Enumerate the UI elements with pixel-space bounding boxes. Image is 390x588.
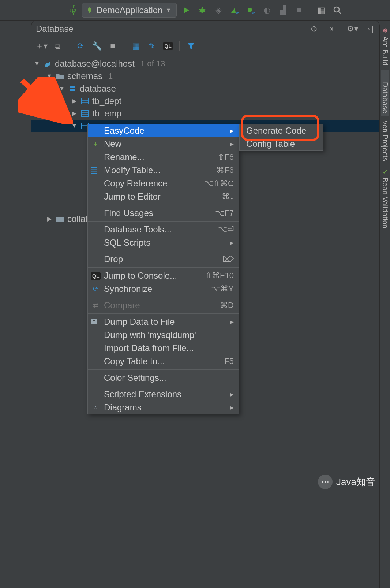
menu-label: Drop [104, 254, 219, 264]
table-view-button[interactable]: ▦ [130, 40, 142, 52]
add-button-header[interactable]: ⊕ [307, 22, 320, 36]
menu-item-import[interactable]: Import Data from File... [88, 342, 239, 355]
attach-button[interactable]: ▟ [276, 4, 289, 17]
menu-label: Database Tools... [104, 224, 214, 235]
layout-button[interactable]: ▦ [315, 4, 328, 17]
plus-icon: ＋ [91, 139, 100, 148]
menu-item-easycode[interactable]: EasyCode▶ [88, 124, 239, 137]
menu-item-dumpfile[interactable]: Dump Data to File▶ [88, 315, 239, 328]
menu-item-dumpmysql[interactable]: Dump with 'mysqldump' [88, 328, 239, 342]
database-node[interactable]: database [31, 82, 379, 95]
node-label: database@localhost [55, 57, 135, 70]
diagram-icon: ⛬ [91, 404, 100, 412]
menu-item-copyref[interactable]: Copy Reference⌥⇧⌘C [88, 177, 239, 190]
menu-item-sqlscr[interactable]: SQL Scripts▶ [88, 236, 239, 249]
separator [69, 41, 69, 51]
profile-button[interactable]: ◐ [260, 4, 273, 17]
edit-button[interactable]: ✎ [146, 40, 158, 52]
menu-separator [88, 369, 239, 370]
watermark: ⋯ Java知音 [318, 475, 375, 489]
wechat-icon: ⋯ [318, 475, 333, 489]
table-icon [91, 167, 100, 174]
stop-query-button[interactable]: ■ [106, 40, 119, 52]
menu-shortcut: ⌘↓ [222, 192, 234, 201]
ql-console-button[interactable]: QL [162, 40, 174, 52]
menu-item-diagrams[interactable]: ⛬Diagrams▶ [88, 401, 239, 414]
binary-icon[interactable]: ↓011001 [66, 4, 79, 17]
menu-item-new[interactable]: ＋New▶ [88, 137, 239, 150]
stop-button[interactable]: ■ [292, 4, 305, 17]
search-button[interactable] [331, 4, 344, 17]
run-jr-button[interactable]: JR [228, 4, 241, 17]
expand-toggle[interactable] [71, 120, 78, 132]
rail-label: ven Projects [381, 121, 389, 161]
debug-jr-button[interactable]: JR [244, 4, 257, 17]
menu-item-compare: ⇄Compare⌘D [88, 299, 239, 312]
debug-button[interactable] [196, 4, 209, 17]
node-label: tb_emp [92, 107, 121, 120]
filter-button[interactable] [185, 40, 197, 52]
menu-item-rename[interactable]: Rename...⇧F6 [88, 150, 239, 164]
node-label: collat [67, 213, 88, 225]
menu-item-colorset[interactable]: Color Settings... [88, 371, 239, 384]
datasource-properties-button[interactable]: 🔧 [90, 40, 103, 52]
split-button[interactable]: ⇥ [323, 22, 337, 36]
table-node-tbemp[interactable]: tb_emp [31, 107, 379, 120]
expand-toggle[interactable] [59, 82, 65, 95]
rail-label: Database [381, 82, 389, 113]
menu-item-jump[interactable]: Jump to Editor⌘↓ [88, 190, 239, 203]
menu-item-modify[interactable]: Modify Table...⌘F6 [88, 164, 239, 177]
rail-bean-validation[interactable]: ✔ Bean Validation [381, 165, 389, 231]
rail-maven-projects[interactable]: ven Projects [381, 118, 389, 164]
coverage-button[interactable]: ◈ [212, 4, 225, 17]
menu-item-sync[interactable]: ⟳Synchronize⌥⌘Y [88, 282, 239, 295]
rail-ant-build[interactable]: ❋ Ant Build [381, 24, 389, 68]
refresh-icon: ⟳ [91, 285, 100, 293]
menu-label: EasyCode [104, 126, 226, 136]
leaf-icon [86, 7, 93, 14]
node-label: database [80, 82, 116, 95]
expand-toggle[interactable] [46, 213, 53, 225]
settings-gear-icon[interactable]: ⚙▾ [346, 22, 359, 36]
schemas-node[interactable]: schemas 1 [31, 70, 379, 82]
submenu-item-cfgtable[interactable]: Config Table [240, 137, 323, 150]
menu-label: SQL Scripts [104, 238, 226, 248]
expand-toggle[interactable] [46, 70, 53, 82]
menu-item-scripted[interactable]: Scripted Extensions▶ [88, 388, 239, 401]
menu-item-dbtools[interactable]: Database Tools...⌥⏎ [88, 223, 239, 236]
menu-item-copytbl[interactable]: Copy Table to...F5 [88, 355, 239, 368]
hide-panel-button[interactable]: →| [362, 22, 375, 36]
submenu-label: Config Table [246, 139, 316, 149]
menu-item-console[interactable]: QLJump to Console...⇧⌘F10 [88, 269, 239, 282]
submenu-item-gencode[interactable]: Generate Code [240, 124, 323, 137]
expand-toggle[interactable] [71, 107, 78, 120]
ant-icon: ❋ [383, 27, 387, 34]
menu-label: Modify Table... [104, 165, 213, 175]
menu-shortcut: ⌥⌘Y [211, 284, 234, 294]
panel-title: Database [36, 24, 74, 34]
right-tool-rail: ❋ Ant Build ≣ Database ven Projects ✔ Be… [380, 21, 390, 588]
run-config-selector[interactable]: DemoApplication ▼ [82, 3, 177, 18]
menu-item-drop[interactable]: Drop⌦ [88, 253, 239, 266]
expand-toggle[interactable] [71, 95, 78, 107]
refresh-button[interactable]: ⟳ [74, 40, 87, 52]
rail-database[interactable]: ≣ Database [381, 70, 389, 116]
node-meta: 1 of 13 [140, 57, 165, 70]
menu-shortcut: ⌘D [220, 301, 234, 310]
menu-item-findusage[interactable]: Find Usages⌥F7 [88, 206, 239, 220]
add-button[interactable]: ＋▾ [35, 40, 48, 52]
submenu-arrow-icon: ▶ [230, 405, 234, 410]
submenu-arrow-icon: ▶ [230, 240, 234, 246]
expand-toggle[interactable] [34, 57, 40, 70]
menu-separator [88, 205, 239, 205]
run-button[interactable] [180, 4, 193, 17]
node-meta: 1 [108, 70, 113, 82]
table-node-tbdept[interactable]: tb_dept [31, 95, 379, 107]
duplicate-button[interactable]: ⧉ [51, 40, 64, 52]
run-config-label: DemoApplication [96, 5, 162, 15]
panel-toolbar: ＋▾ ⧉ ⟳ 🔧 ■ ▦ ✎ QL [31, 37, 379, 55]
separator [124, 41, 124, 51]
datasource-node[interactable]: database@localhost 1 of 13 [31, 57, 379, 70]
node-label: tb_dept [92, 95, 121, 107]
table-icon [80, 97, 89, 105]
